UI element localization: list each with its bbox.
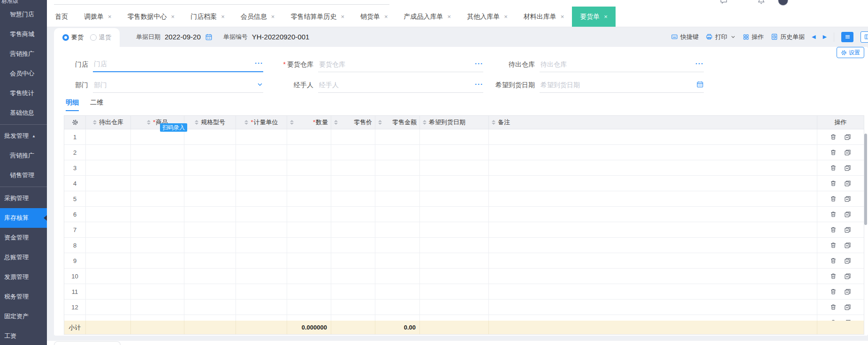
cell-product[interactable] xyxy=(131,222,184,237)
doc-date-value[interactable]: 2022-09-20 xyxy=(165,33,201,41)
cell-actions[interactable] xyxy=(817,145,864,160)
sidebar-item[interactable]: 税务管理 xyxy=(0,287,47,307)
scan-entry-badge[interactable]: 扫码录入 xyxy=(160,123,187,132)
document-tab[interactable]: 零售数据中心× xyxy=(120,7,183,27)
out-warehouse-input[interactable] xyxy=(540,60,695,68)
document-tab[interactable]: 会员信息× xyxy=(233,7,283,27)
cell-amount[interactable] xyxy=(375,160,420,175)
cell-qty[interactable] xyxy=(287,145,331,160)
cell-product[interactable] xyxy=(131,315,184,321)
cell-remark[interactable] xyxy=(489,129,817,144)
cell-product[interactable] xyxy=(131,300,184,315)
cell-product[interactable] xyxy=(131,207,184,222)
cell-price[interactable] xyxy=(331,253,375,268)
calendar-icon[interactable] xyxy=(205,33,213,41)
cell-actions[interactable] xyxy=(817,222,864,237)
close-icon[interactable]: × xyxy=(108,13,112,20)
cell-warehouse_out[interactable] xyxy=(86,222,131,237)
cell-spec[interactable] xyxy=(184,145,236,160)
cell-arrival_date[interactable] xyxy=(420,222,489,237)
cell-amount[interactable] xyxy=(375,191,420,206)
cell-remark[interactable] xyxy=(489,160,817,175)
list-view-icon[interactable] xyxy=(841,32,853,42)
cell-warehouse_out[interactable] xyxy=(86,145,131,160)
next-doc-arrow[interactable]: ▶ xyxy=(823,34,827,40)
sort-icon[interactable] xyxy=(147,120,151,125)
cell-remark[interactable] xyxy=(489,207,817,222)
cell-unit[interactable] xyxy=(236,284,287,299)
copy-row-icon[interactable] xyxy=(844,304,851,311)
cell-warehouse_out[interactable] xyxy=(86,176,131,191)
cell-unit[interactable] xyxy=(236,222,287,237)
sort-icon[interactable] xyxy=(195,120,198,125)
bell-icon[interactable] xyxy=(757,0,765,7)
cell-price[interactable] xyxy=(331,315,375,321)
close-icon[interactable]: × xyxy=(448,13,451,20)
cell-warehouse_out[interactable] xyxy=(86,284,131,299)
cell-spec[interactable] xyxy=(184,160,236,175)
cell-product[interactable] xyxy=(131,284,184,299)
chevron-down-icon[interactable] xyxy=(257,81,263,89)
document-tab[interactable]: 销货单× xyxy=(352,7,396,27)
cell-price[interactable] xyxy=(331,238,375,253)
gear-icon[interactable] xyxy=(72,119,78,126)
avatar[interactable] xyxy=(778,0,788,6)
cell-remark[interactable] xyxy=(489,253,817,268)
cell-amount[interactable] xyxy=(375,207,420,222)
cell-qty[interactable] xyxy=(287,176,331,191)
sidebar-item[interactable]: 资金管理 xyxy=(0,228,47,248)
close-icon[interactable]: × xyxy=(171,13,175,20)
cell-actions[interactable] xyxy=(817,129,864,144)
cell-remark[interactable] xyxy=(489,238,817,253)
cell-remark[interactable] xyxy=(489,145,817,160)
cell-unit[interactable] xyxy=(236,191,287,206)
expected-date-input[interactable] xyxy=(540,81,696,89)
cell-qty[interactable] xyxy=(287,222,331,237)
cell-spec[interactable] xyxy=(184,300,236,315)
cell-actions[interactable] xyxy=(817,315,864,321)
sidebar-item[interactable]: 基础信息 xyxy=(0,103,47,123)
document-tab[interactable]: 要货单× xyxy=(572,7,616,27)
prev-doc-arrow[interactable]: ◀ xyxy=(812,34,815,40)
cell-amount[interactable] xyxy=(375,238,420,253)
close-icon[interactable]: × xyxy=(341,13,344,20)
cell-warehouse_out[interactable] xyxy=(86,160,131,175)
cell-unit[interactable] xyxy=(236,269,287,284)
sidebar-item[interactable]: 智慧门店 xyxy=(0,5,47,24)
cell-price[interactable] xyxy=(331,145,375,160)
close-icon[interactable]: × xyxy=(271,13,275,20)
column-header-index[interactable] xyxy=(64,116,86,129)
sort-icon[interactable] xyxy=(290,120,294,125)
trash-icon[interactable] xyxy=(830,288,837,295)
trash-icon[interactable] xyxy=(830,165,837,171)
cell-price[interactable] xyxy=(331,129,375,144)
trash-icon[interactable] xyxy=(830,242,837,248)
cell-actions[interactable] xyxy=(817,269,864,284)
cell-actions[interactable] xyxy=(817,207,864,222)
handler-input[interactable] xyxy=(318,81,475,89)
cell-product[interactable] xyxy=(131,160,184,175)
cell-spec[interactable] xyxy=(184,315,236,321)
toolbar-action[interactable]: 打印 xyxy=(706,33,736,41)
cell-actions[interactable] xyxy=(817,284,864,299)
column-header-unit[interactable]: 计量单位 xyxy=(236,116,287,129)
cell-warehouse_out[interactable] xyxy=(86,129,131,144)
cell-spec[interactable] xyxy=(184,222,236,237)
cell-arrival_date[interactable] xyxy=(420,284,489,299)
cell-spec[interactable] xyxy=(184,284,236,299)
cell-amount[interactable] xyxy=(375,145,420,160)
column-header-amount[interactable]: 零售金额 xyxy=(375,116,420,129)
sidebar-item[interactable]: 营销推广 xyxy=(0,146,47,165)
sidebar-item[interactable]: 零售统计 xyxy=(0,83,47,103)
cell-warehouse_out[interactable] xyxy=(86,238,131,253)
cell-warehouse_out[interactable] xyxy=(86,191,131,206)
column-header-price[interactable]: 零售价 xyxy=(331,116,375,129)
cell-remark[interactable] xyxy=(489,300,817,315)
cell-amount[interactable] xyxy=(375,129,420,144)
document-tab[interactable]: 其他入库单× xyxy=(459,7,516,27)
toolbar-action[interactable]: 操作 xyxy=(743,33,764,41)
cell-arrival_date[interactable] xyxy=(420,176,489,191)
cell-arrival_date[interactable] xyxy=(420,191,489,206)
cell-amount[interactable] xyxy=(375,300,420,315)
cell-unit[interactable] xyxy=(236,129,287,144)
